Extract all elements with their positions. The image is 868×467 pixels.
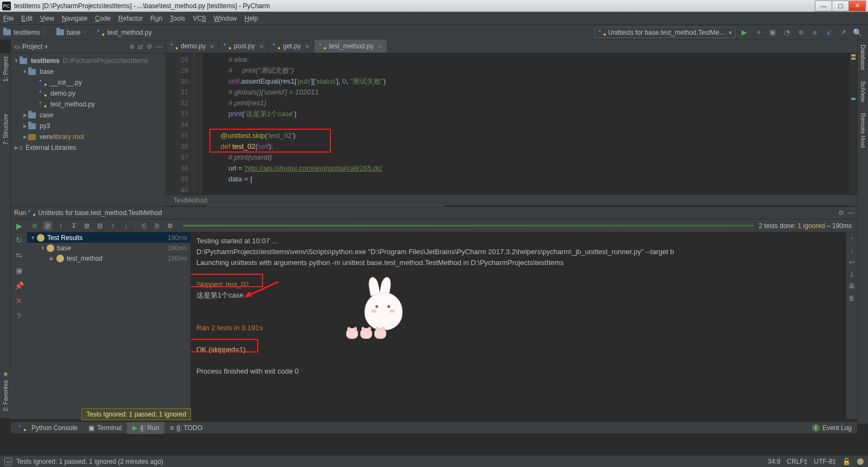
- tab-python-console[interactable]: Python Console: [13, 422, 83, 434]
- breadcrumb-project[interactable]: testItems〉: [3, 28, 51, 37]
- import-icon[interactable]: ⎘: [152, 222, 161, 230]
- autoscroll-icon[interactable]: ⇄: [138, 43, 143, 51]
- wrap-icon[interactable]: ↩: [849, 258, 854, 266]
- stop-square-icon[interactable]: ▣: [16, 266, 23, 275]
- tree-file-init[interactable]: __init__.py: [11, 77, 165, 88]
- sort-alpha-icon[interactable]: ↧: [69, 222, 78, 230]
- scroll-icon[interactable]: ⤓: [849, 270, 854, 278]
- collapse-icon[interactable]: ⊕: [129, 43, 135, 51]
- maximize-button[interactable]: ▢: [832, 1, 849, 11]
- tab-terminal[interactable]: ▣Terminal: [83, 422, 127, 434]
- stop-icon[interactable]: ■: [810, 28, 819, 37]
- menu-navigate[interactable]: Navigate: [62, 15, 87, 22]
- editor-breadcrumb[interactable]: TestMethod: [166, 194, 857, 205]
- test-tree[interactable]: ▼Test Results190ms ▼base190ms ▶test_meth…: [27, 232, 191, 419]
- export-icon[interactable]: ⎙: [139, 222, 148, 230]
- debug-icon[interactable]: ⌖: [754, 28, 763, 37]
- readonly-icon[interactable]: 🔓: [843, 458, 851, 465]
- fold-column[interactable]: [194, 53, 202, 206]
- tab-get[interactable]: get.py✕: [269, 40, 315, 53]
- print-icon[interactable]: 🖶: [848, 282, 855, 290]
- coverage-icon[interactable]: ▣: [768, 28, 777, 37]
- menu-view[interactable]: View: [40, 15, 54, 22]
- tree-folder-venv[interactable]: ▶venv library root: [11, 131, 165, 142]
- tree-external-libs[interactable]: ▶⫴External Libraries: [11, 142, 165, 153]
- menu-refactor[interactable]: Refactor: [118, 15, 143, 22]
- tab-post[interactable]: post.py✕: [219, 40, 269, 53]
- code-area[interactable]: # else: # print("测试失败") self.assertEqual…: [202, 53, 850, 206]
- menu-edit[interactable]: Edit: [21, 15, 33, 22]
- tree-project-root[interactable]: ▼testItemsD:\PycharmProjects\testItems: [11, 55, 165, 66]
- vcs-commit-icon[interactable]: ↗: [839, 28, 847, 37]
- event-log-button[interactable]: iEvent Log: [812, 424, 855, 432]
- breadcrumb-file[interactable]: test_method.py: [97, 29, 152, 36]
- rerun-icon[interactable]: ▶: [16, 222, 22, 230]
- toggle-icon[interactable]: ⇆: [16, 251, 22, 260]
- gear-icon[interactable]: ⚙: [838, 209, 844, 217]
- show-passed-icon[interactable]: ⊘: [30, 222, 39, 230]
- menu-vcs[interactable]: VCS: [193, 15, 206, 22]
- sort-icon[interactable]: ↕: [56, 222, 65, 230]
- menu-help[interactable]: Help: [245, 15, 258, 22]
- test-tree-root[interactable]: ▼Test Results190ms: [27, 232, 190, 243]
- test-tree-base[interactable]: ▼base190ms: [27, 243, 190, 253]
- gear-icon[interactable]: ⚙: [146, 43, 152, 51]
- search-icon[interactable]: 🔍: [853, 28, 861, 37]
- settings-icon[interactable]: ⚙: [165, 222, 174, 230]
- prev-icon[interactable]: ↑: [108, 222, 117, 230]
- menu-run[interactable]: Run: [150, 15, 162, 22]
- lock-icon[interactable]: ▭: [4, 458, 12, 465]
- tree-folder-py3[interactable]: ▶py3: [11, 121, 165, 131]
- cursor-pos[interactable]: 34:9: [768, 458, 780, 465]
- close-icon[interactable]: ✕: [210, 43, 214, 49]
- test-console[interactable]: Testing started at 10:07 ... D:\PycharmP…: [191, 232, 846, 419]
- down-arrow-icon[interactable]: ↓: [850, 247, 853, 254]
- rerun-green-icon[interactable]: ↻: [16, 236, 22, 244]
- tree-file-demo[interactable]: demo.py: [11, 88, 165, 99]
- rail-sciview[interactable]: SciView: [860, 81, 866, 102]
- show-ignored-icon[interactable]: ⊘: [43, 222, 52, 230]
- pin-icon[interactable]: 📌: [15, 281, 24, 290]
- breadcrumb-base[interactable]: base〉: [56, 28, 92, 37]
- run-title[interactable]: Run: [14, 209, 26, 217]
- profile-icon[interactable]: ◔: [782, 28, 791, 37]
- line-sep[interactable]: CRLF‡: [787, 458, 807, 465]
- test-tree-testmethod[interactable]: ▶test_method190ms: [27, 253, 190, 263]
- tab-run[interactable]: ▶4: Run: [127, 422, 164, 434]
- run-config-selector[interactable]: Unittests for base.test_method.TestMetho…: [595, 27, 736, 38]
- menu-window[interactable]: Window: [214, 15, 237, 22]
- vcs-update-icon[interactable]: ↙: [825, 28, 833, 37]
- close-icon[interactable]: ✕: [305, 43, 309, 49]
- help-icon[interactable]: ?: [17, 312, 21, 320]
- rail-favorites[interactable]: 2: Favorites: [2, 380, 9, 411]
- tab-testmethod[interactable]: test_method.py✕: [314, 40, 387, 53]
- menu-file[interactable]: File: [3, 15, 14, 22]
- close-red-icon[interactable]: ✕: [16, 296, 22, 305]
- rail-database[interactable]: Database: [860, 45, 866, 70]
- project-label[interactable]: Project: [22, 43, 42, 51]
- collapse-icon[interactable]: ⊟: [95, 222, 104, 230]
- concurrency-icon[interactable]: ≋: [796, 28, 805, 37]
- minimize-button[interactable]: —: [815, 1, 832, 11]
- close-icon[interactable]: ✕: [378, 43, 382, 49]
- rail-remotehost[interactable]: Remote Host: [860, 113, 866, 148]
- up-arrow-icon[interactable]: ↑: [850, 235, 853, 242]
- close-button[interactable]: ✕: [848, 1, 866, 11]
- run-icon[interactable]: ▶: [740, 28, 749, 37]
- tree-folder-case[interactable]: ▶case: [11, 110, 165, 121]
- trash-icon[interactable]: 🗑: [848, 294, 855, 302]
- inspector-icon[interactable]: [857, 458, 864, 465]
- menu-tools[interactable]: Tools: [170, 15, 185, 22]
- editor-marker-rail[interactable]: [850, 53, 857, 206]
- tab-demo[interactable]: demo.py✕: [166, 40, 219, 53]
- code-editor[interactable]: 28293031323334353637383940 # else: # pri…: [166, 53, 857, 206]
- encoding[interactable]: UTF-8‡: [814, 458, 836, 465]
- hide-icon[interactable]: —: [847, 209, 854, 217]
- tree-file-testmethod[interactable]: test_method.py: [11, 99, 165, 110]
- menu-code[interactable]: Code: [95, 15, 111, 22]
- rail-project[interactable]: 1: Project: [2, 56, 9, 81]
- rail-structure[interactable]: 7: Structure: [2, 114, 9, 145]
- tree-folder-base[interactable]: ▼base: [11, 66, 165, 77]
- expand-icon[interactable]: ⊞: [82, 222, 91, 230]
- tab-todo[interactable]: ≡6: TODO: [164, 422, 208, 434]
